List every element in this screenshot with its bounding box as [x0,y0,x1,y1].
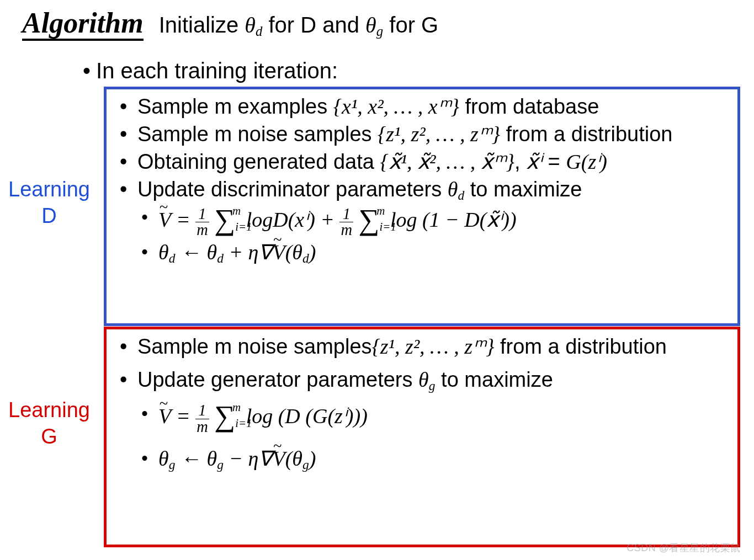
theta-g: θg [365,13,383,38]
g-step-1: Sample m noise samples{z¹, z², … , zᵐ} f… [120,333,731,360]
lg1: Learning [8,398,90,422]
title-text: Initialize θd for D and θg for G [159,14,439,36]
d-eq-v: V = 1m ∑i=1m logD(xⁱ) + 1m ∑i=1m log (1 … [120,204,731,238]
slide: Algorithm Initialize θd for D and θg for… [0,0,754,560]
d-step-3: Obtaining generated data {x̃¹, x̃², … , … [120,148,731,175]
side-label-learning-g: Learning G [0,397,98,450]
d-eq-update: θd ← θd + η∇V(θd) [120,238,731,266]
bullet-icon: • [83,58,91,83]
ld2: D [41,204,56,227]
iteration-line: •In each training iteration: [83,58,338,83]
watermark: CSDN @看星星的花栗鼠 [626,541,741,554]
g-step-2: Update generator parameters θg to maximi… [120,366,731,393]
d-step-1: Sample m examples {x¹, x², … , xᵐ} from … [120,93,731,120]
title-row: Algorithm Initialize θd for D and θg for… [22,9,743,41]
lg2: G [41,425,57,448]
d-step-2: Sample m noise samples {z¹, z², … , zᵐ} … [120,120,731,148]
algorithm-label: Algorithm [22,9,144,41]
iteration-text: In each training iteration: [96,58,338,83]
side-label-learning-d: Learning D [0,177,98,229]
learning-g-box: Sample m noise samples{z¹, z², … , zᵐ} f… [104,327,740,547]
g-eq-v: V = 1m ∑i=1m log (D (G(zⁱ))) [120,400,731,435]
theta-d: θd [245,13,262,38]
g-eq-update: θg ← θg − η∇V(θg) [120,445,731,472]
t2: for D and [262,13,365,37]
t3: for G [383,13,438,37]
learning-d-box: Sample m examples {x¹, x², … , xᵐ} from … [104,87,740,326]
ld1: Learning [8,178,90,201]
d-step-4: Update discriminator parameters θd to ma… [120,175,731,203]
t1: Initialize [159,13,245,37]
